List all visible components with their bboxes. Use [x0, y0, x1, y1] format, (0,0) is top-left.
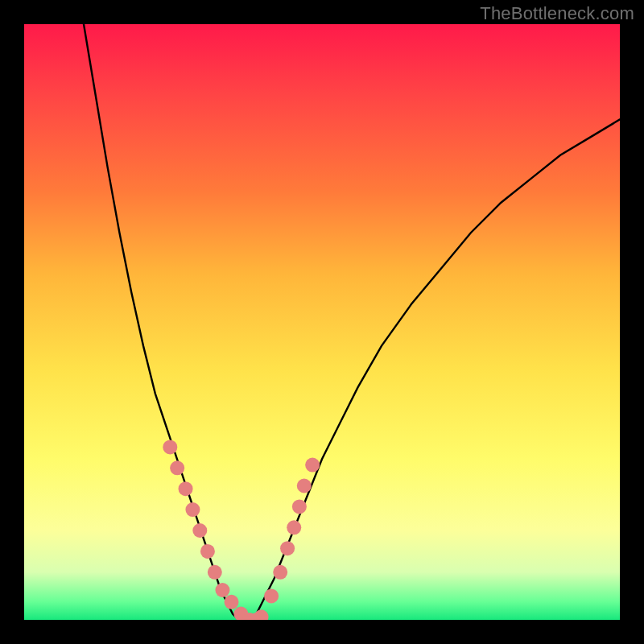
marker-dot [179, 481, 193, 496]
marker-dot [264, 588, 279, 603]
marker-dot [192, 523, 207, 538]
marker-dot [163, 440, 177, 454]
marker-dot [305, 458, 320, 473]
marker-dot [254, 609, 269, 620]
watermark-text: TheBottleneck.com [480, 3, 634, 24]
marker-dot [208, 565, 222, 580]
marker-dot [287, 520, 301, 535]
bottleneck-curve [84, 24, 620, 620]
plot-area [24, 24, 620, 620]
marker-dot [292, 499, 307, 514]
marker-dot [297, 479, 312, 493]
marker-dot [215, 583, 229, 597]
curve-svg [24, 24, 620, 620]
highlight-markers [163, 440, 320, 620]
marker-dot [185, 502, 200, 517]
marker-dot [170, 460, 184, 475]
chart-frame: TheBottleneck.com [0, 0, 644, 644]
marker-dot [273, 565, 287, 580]
marker-dot [280, 541, 295, 555]
marker-dot [225, 595, 239, 609]
marker-dot [200, 544, 215, 559]
